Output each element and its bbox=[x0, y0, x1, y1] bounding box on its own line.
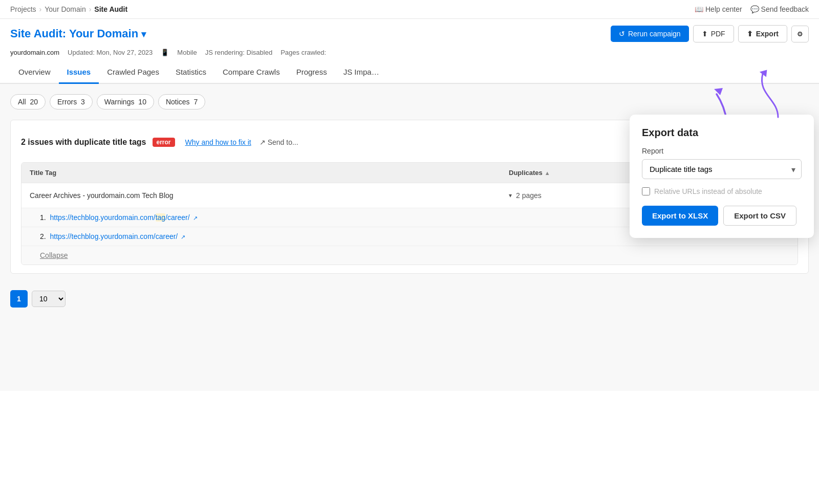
export-csv-button[interactable]: Export to CSV bbox=[723, 206, 796, 226]
send-to-btn[interactable]: ↗ Send to... bbox=[260, 138, 298, 146]
filter-row: All 20 Errors 3 Warnings 10 Notices 7 bbox=[10, 94, 809, 109]
report-select-wrap: Duplicate title tags ▾ bbox=[642, 159, 802, 179]
tab-statistics[interactable]: Statistics bbox=[167, 61, 214, 84]
title-tag-cell: Career Archives - yourdomain.com Tech Bl… bbox=[21, 183, 501, 208]
domain-title: Your Domain bbox=[69, 27, 138, 40]
page-header: Site Audit: Your Domain ▾ ↺ Rerun campai… bbox=[0, 19, 819, 47]
meta-domain: yourdomain.com bbox=[10, 49, 59, 56]
header-actions: ↺ Rerun campaign ⬆ PDF ⬆ Export ⚙ bbox=[611, 25, 809, 42]
rerun-icon: ↺ bbox=[619, 30, 625, 38]
col-title-tag: Title Tag bbox=[21, 163, 501, 183]
breadcrumb-sep1: › bbox=[39, 5, 42, 13]
filter-warnings[interactable]: Warnings 10 bbox=[97, 94, 154, 109]
sub-url-1[interactable]: https://techblog.yourdomain.com/tag/care… bbox=[48, 213, 192, 222]
issue-title: 2 issues with duplicate title tags bbox=[21, 138, 146, 147]
breadcrumb-projects[interactable]: Projects bbox=[10, 5, 36, 13]
popup-actions: Export to XLSX Export to CSV bbox=[642, 206, 802, 226]
filter-errors[interactable]: Errors 3 bbox=[50, 94, 93, 109]
tab-js-impact[interactable]: JS Impa… bbox=[335, 61, 387, 84]
send-feedback-link[interactable]: 💬 Send feedback bbox=[750, 5, 809, 13]
sub-url-2[interactable]: https://techblog.yourdomain.com/career/ bbox=[48, 232, 180, 240]
help-icon: 📖 bbox=[695, 5, 703, 13]
breadcrumb-current: Site Audit bbox=[94, 5, 127, 13]
relative-urls-label: Relative URLs instead of absolute bbox=[654, 187, 762, 195]
share-icon: ↗ bbox=[260, 138, 266, 146]
external-link-icon-1[interactable]: ↗ bbox=[193, 215, 198, 221]
relative-urls-checkbox[interactable] bbox=[642, 187, 650, 195]
highlight-tag: tag bbox=[156, 213, 165, 222]
export-popup-title: Export data bbox=[642, 127, 802, 139]
pagination: 1 10 25 50 100 bbox=[10, 282, 809, 316]
title-tag-value: Career Archives - yourdomain.com Tech Bl… bbox=[30, 191, 174, 200]
meta-bar: yourdomain.com Updated: Mon, Nov 27, 202… bbox=[0, 47, 819, 61]
breadcrumb-domain[interactable]: Your Domain bbox=[45, 5, 85, 13]
nav-tabs: Overview Issues Crawled Pages Statistics… bbox=[0, 61, 819, 84]
page-title: Site Audit: Your Domain ▾ bbox=[10, 27, 146, 40]
page-1-button[interactable]: 1 bbox=[10, 290, 28, 308]
export-popup: Export data Report Duplicate title tags … bbox=[630, 115, 814, 238]
export-xlsx-button[interactable]: Export to XLSX bbox=[642, 206, 718, 226]
meta-js: JS rendering: Disabled bbox=[205, 49, 273, 56]
report-label: Report bbox=[642, 147, 802, 155]
meta-mobile-icon: 📱 bbox=[161, 49, 169, 56]
breadcrumb-sep2: › bbox=[89, 5, 92, 13]
meta-mobile: Mobile bbox=[177, 49, 197, 56]
sub-row-number-2: 2. bbox=[40, 232, 46, 240]
export-icon: ⬆ bbox=[747, 30, 753, 38]
filter-notices[interactable]: Notices 7 bbox=[158, 94, 205, 109]
issue-actions: Why and how to fix it ↗ Send to... bbox=[185, 138, 298, 146]
settings-button[interactable]: ⚙ bbox=[791, 26, 809, 42]
relative-urls-row: Relative URLs instead of absolute bbox=[642, 187, 802, 195]
settings-icon: ⚙ bbox=[797, 30, 803, 38]
sub-row-number-1: 1. bbox=[40, 213, 46, 222]
breadcrumb: Projects › Your Domain › Site Audit bbox=[10, 5, 127, 13]
tab-progress[interactable]: Progress bbox=[288, 61, 335, 84]
filter-all[interactable]: All 20 bbox=[10, 94, 46, 109]
rerun-button[interactable]: ↺ Rerun campaign bbox=[611, 26, 689, 42]
error-badge: error bbox=[153, 138, 175, 147]
tab-overview[interactable]: Overview bbox=[10, 61, 59, 84]
report-select[interactable]: Duplicate title tags bbox=[642, 159, 802, 179]
pdf-icon: ⬆ bbox=[702, 30, 708, 38]
topbar-right: 📖 Help center 💬 Send feedback bbox=[695, 5, 809, 13]
why-fix-link[interactable]: Why and how to fix it bbox=[185, 138, 251, 146]
external-link-icon-2[interactable]: ↗ bbox=[181, 234, 185, 240]
collapse-button[interactable]: Collapse bbox=[40, 251, 68, 259]
expand-icon: ▾ bbox=[509, 192, 512, 199]
tab-crawled-pages[interactable]: Crawled Pages bbox=[99, 61, 167, 84]
duplicate-count: 2 pages bbox=[516, 191, 542, 200]
sort-duplicates-icon: ▲ bbox=[545, 170, 550, 176]
feedback-icon: 💬 bbox=[750, 5, 759, 13]
topbar: Projects › Your Domain › Site Audit 📖 He… bbox=[0, 0, 819, 19]
tab-compare-crawls[interactable]: Compare Crawls bbox=[214, 61, 288, 84]
pdf-button[interactable]: ⬆ PDF bbox=[693, 25, 734, 42]
main-content: All 20 Errors 3 Warnings 10 Notices 7 2 … bbox=[0, 84, 819, 391]
collapse-row: Collapse bbox=[21, 246, 798, 265]
meta-updated: Updated: Mon, Nov 27, 2023 bbox=[68, 49, 153, 56]
help-center-link[interactable]: 📖 Help center bbox=[695, 5, 742, 13]
meta-pages-crawled: Pages crawled: bbox=[281, 49, 326, 56]
domain-dropdown-icon[interactable]: ▾ bbox=[141, 29, 146, 39]
per-page-select[interactable]: 10 25 50 100 bbox=[32, 291, 66, 307]
tab-issues[interactable]: Issues bbox=[59, 61, 99, 84]
export-button[interactable]: ⬆ Export bbox=[738, 25, 787, 42]
